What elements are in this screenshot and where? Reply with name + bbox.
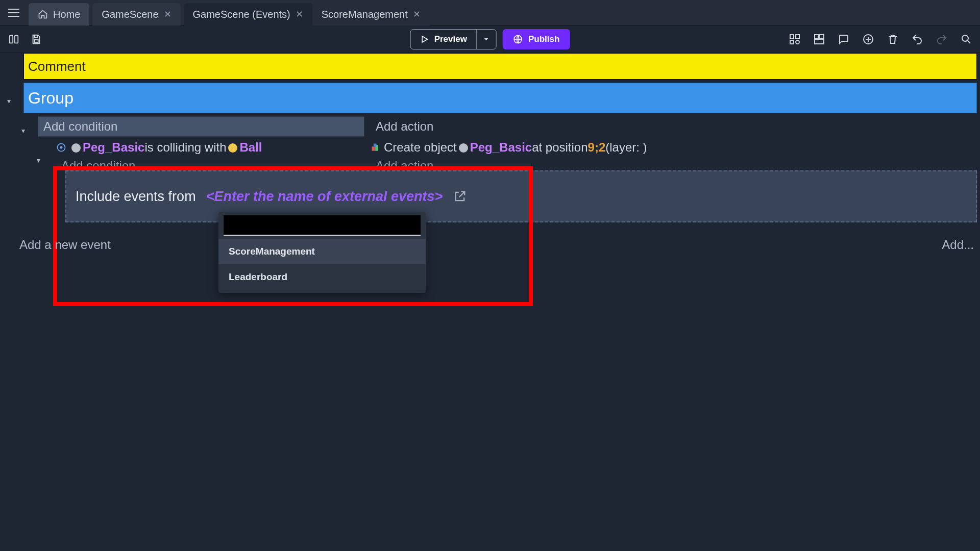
fold-toggle[interactable]: ▾ (4, 97, 13, 105)
svg-rect-10 (815, 39, 824, 44)
panel-toggle-button[interactable] (7, 33, 20, 46)
behavior-icon (56, 142, 66, 153)
globe-icon (513, 34, 523, 44)
main-menu-button[interactable] (2, 0, 26, 25)
add-condition-cell[interactable]: Add condition (38, 116, 364, 137)
open-external-icon[interactable] (453, 189, 467, 204)
group-title: Group (28, 89, 74, 108)
object-icon (459, 143, 468, 153)
svg-rect-4 (790, 35, 794, 38)
svg-rect-0 (10, 35, 13, 43)
action-suffix: (layer: ) (605, 140, 647, 155)
open-objects-button[interactable] (788, 33, 801, 46)
action-position: 9;2 (588, 140, 606, 155)
search-button[interactable] (960, 33, 973, 46)
fold-toggle[interactable]: ▾ (34, 156, 43, 164)
object-icon (71, 143, 81, 153)
comment-event[interactable]: Comment (23, 53, 977, 80)
condition-object-2: Ball (239, 140, 262, 155)
dropdown-search-input[interactable] (224, 215, 421, 236)
publish-label: Publish (528, 34, 559, 44)
tab-gamescene-events[interactable]: GameScene (Events) ✕ (184, 3, 312, 26)
redo-button[interactable] (935, 33, 948, 46)
tab-gamescene-events-label: GameScene (Events) (193, 9, 290, 20)
dropdown-item-scoremanagement[interactable]: ScoreManagement (218, 239, 426, 264)
tab-bar: Home GameScene ✕ GameScene (Events) ✕ Sc… (0, 0, 980, 26)
add-event-menu-button[interactable]: Add... (942, 238, 974, 252)
tab-home[interactable]: Home (29, 3, 89, 26)
comment-text: Comment (28, 59, 86, 74)
close-icon[interactable]: ✕ (296, 9, 303, 20)
tab-gamescene-label: GameScene (102, 9, 158, 20)
svg-rect-1 (15, 35, 18, 43)
svg-rect-2 (34, 39, 38, 42)
preview-button[interactable]: Preview (411, 34, 476, 44)
external-events-name-input[interactable]: <Enter the name of external events> (204, 188, 445, 206)
svg-rect-15 (372, 146, 375, 151)
preview-dropdown-button[interactable] (476, 30, 496, 49)
save-button[interactable] (30, 33, 43, 46)
action-object: Peg_Basic (470, 140, 532, 155)
svg-point-12 (962, 35, 968, 41)
add-condition-label: Add condition (38, 119, 117, 134)
dropdown-item-leaderboard[interactable]: Leaderboard (218, 264, 426, 290)
create-object-icon (371, 142, 381, 153)
add-action-cell[interactable]: Add action (371, 116, 433, 137)
include-events-label: Include events from (76, 189, 196, 205)
comments-button[interactable] (837, 33, 850, 46)
external-events-dropdown: ScoreManagement Leaderboard (218, 212, 426, 293)
svg-point-14 (60, 146, 63, 149)
publish-button[interactable]: Publish (503, 29, 570, 49)
events-editor: ▾ ▾ ▾ Comment Group Add condition Add ac… (0, 53, 980, 551)
include-events-block[interactable]: Include events from <Enter the name of e… (65, 170, 977, 222)
condition-object-1: Peg_Basic (83, 140, 144, 155)
play-icon (420, 35, 429, 44)
action-mid: at position (532, 140, 587, 155)
svg-point-7 (796, 40, 799, 44)
toolbar: Preview Publish (0, 26, 980, 53)
close-icon[interactable]: ✕ (413, 9, 421, 20)
svg-rect-6 (790, 40, 794, 44)
preview-button-group: Preview (410, 29, 497, 49)
tab-scoremanagement[interactable]: ScoreManagement ✕ (312, 3, 430, 26)
svg-rect-8 (815, 35, 818, 38)
chevron-down-icon (483, 36, 490, 43)
delete-button[interactable] (886, 33, 899, 46)
hamburger-icon (8, 9, 19, 17)
action-row[interactable]: Create object Peg_Basic at position 9;2 … (371, 138, 647, 157)
condition-row[interactable]: Peg_Basic is colliding with Ball (56, 138, 262, 157)
action-prefix: Create object (384, 140, 457, 155)
add-new-event-button[interactable]: Add a new event (19, 238, 111, 252)
svg-rect-17 (374, 144, 377, 147)
open-groups-button[interactable] (813, 33, 826, 46)
object-icon (228, 143, 237, 153)
svg-rect-9 (819, 35, 824, 38)
condition-text: is colliding with (144, 140, 226, 155)
home-icon (38, 9, 48, 19)
preview-label: Preview (434, 34, 467, 44)
add-button[interactable] (862, 33, 875, 46)
tab-scoremanagement-label: ScoreManagement (322, 9, 408, 20)
tab-gamescene[interactable]: GameScene ✕ (92, 3, 180, 26)
fold-toggle[interactable]: ▾ (18, 127, 28, 135)
svg-rect-5 (796, 35, 799, 38)
tab-home-label: Home (53, 9, 80, 20)
close-icon[interactable]: ✕ (164, 9, 172, 20)
group-event[interactable]: Group (23, 83, 977, 113)
undo-button[interactable] (911, 33, 924, 46)
add-action-label: Add action (371, 119, 433, 134)
